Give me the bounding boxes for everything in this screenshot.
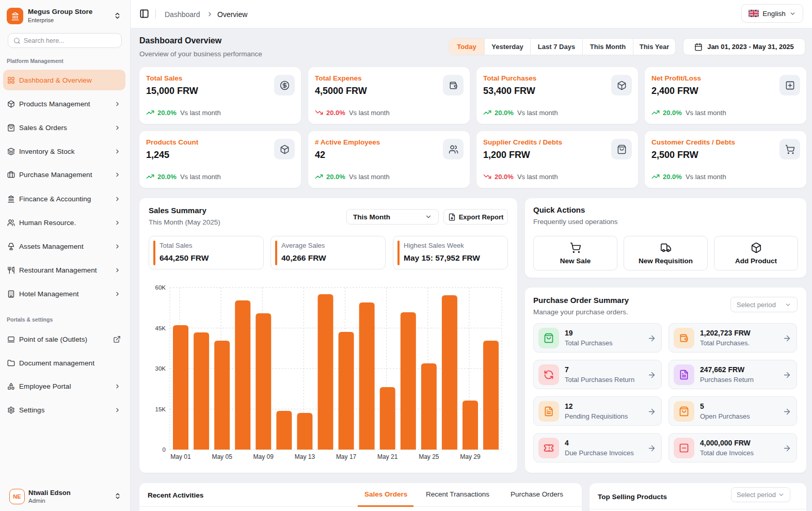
- svg-text:15K: 15K: [155, 406, 166, 412]
- svg-text:May 13: May 13: [295, 453, 315, 460]
- svg-text:May 05: May 05: [212, 453, 232, 460]
- svg-text:May 09: May 09: [253, 453, 274, 460]
- svg-text:0: 0: [163, 446, 166, 453]
- svg-text:30K: 30K: [155, 365, 166, 372]
- svg-text:May 29: May 29: [460, 453, 481, 460]
- svg-text:May 01: May 01: [170, 453, 191, 460]
- svg-text:May 21: May 21: [377, 453, 398, 460]
- svg-text:60K: 60K: [155, 284, 166, 291]
- svg-text:May 17: May 17: [336, 453, 357, 460]
- svg-text:May 25: May 25: [419, 453, 439, 460]
- svg-text:45K: 45K: [155, 325, 166, 331]
